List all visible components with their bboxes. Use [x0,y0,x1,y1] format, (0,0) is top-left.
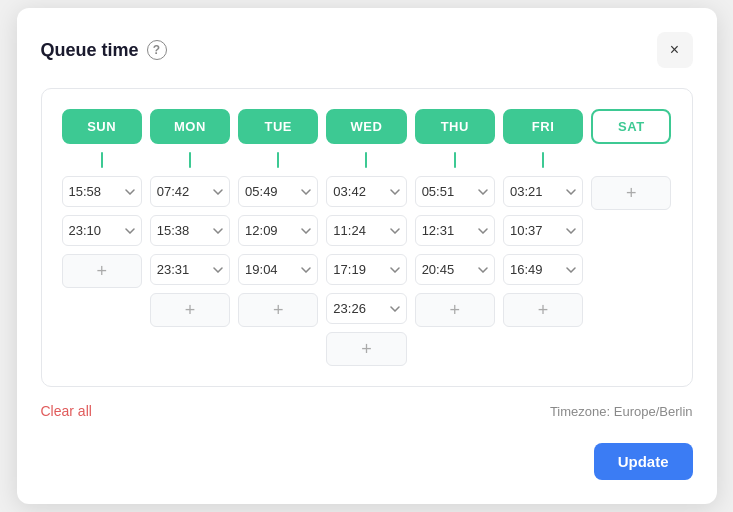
day-column-wed: WED03:4211:2417:1923:26+ [326,109,406,366]
day-button-wed[interactable]: WED [326,109,406,144]
day-button-sun[interactable]: SUN [62,109,142,144]
close-button[interactable]: × [657,32,693,68]
time-select-wed-0[interactable]: 03:42 [326,176,406,207]
bottom-row: Update [41,427,693,480]
title-text: Queue time [41,40,139,61]
day-button-fri[interactable]: FRI [503,109,583,144]
time-select-mon-2[interactable]: 23:31 [150,254,230,285]
modal-footer: Clear all Timezone: Europe/Berlin [41,403,693,419]
time-select-fri-1[interactable]: 10:37 [503,215,583,246]
days-grid: SUN15:5823:10+MON07:4215:3823:31+TUE05:4… [62,109,672,366]
time-select-thu-2[interactable]: 20:45 [415,254,495,285]
time-select-thu-1[interactable]: 12:31 [415,215,495,246]
timezone-label: Timezone: Europe/Berlin [550,404,693,419]
day-button-tue[interactable]: TUE [238,109,318,144]
modal: Queue time ? × SUN15:5823:10+MON07:4215:… [17,8,717,504]
day-column-tue: TUE05:4912:0919:04+ [238,109,318,366]
time-select-mon-1[interactable]: 15:38 [150,215,230,246]
add-time-button-fri[interactable]: + [503,293,583,327]
modal-title: Queue time ? [41,40,167,61]
add-time-button-tue[interactable]: + [238,293,318,327]
time-select-sun-1[interactable]: 23:10 [62,215,142,246]
time-select-fri-0[interactable]: 03:21 [503,176,583,207]
add-time-button-wed[interactable]: + [326,332,406,366]
day-button-thu[interactable]: THU [415,109,495,144]
day-column-fri: FRI03:2110:3716:49+ [503,109,583,366]
day-column-sat: SAT+ [591,109,671,366]
time-select-tue-0[interactable]: 05:49 [238,176,318,207]
clear-all-button[interactable]: Clear all [41,403,92,419]
add-time-button-sat[interactable]: + [591,176,671,210]
day-indicator-sat [630,152,632,168]
time-select-tue-1[interactable]: 12:09 [238,215,318,246]
add-time-button-thu[interactable]: + [415,293,495,327]
time-select-wed-1[interactable]: 11:24 [326,215,406,246]
schedule-container: SUN15:5823:10+MON07:4215:3823:31+TUE05:4… [41,88,693,387]
day-button-sat[interactable]: SAT [591,109,671,144]
day-column-mon: MON07:4215:3823:31+ [150,109,230,366]
day-button-mon[interactable]: MON [150,109,230,144]
time-select-wed-2[interactable]: 17:19 [326,254,406,285]
day-indicator-fri [542,152,544,168]
time-select-wed-3[interactable]: 23:26 [326,293,406,324]
add-time-button-mon[interactable]: + [150,293,230,327]
time-select-tue-2[interactable]: 19:04 [238,254,318,285]
time-select-fri-2[interactable]: 16:49 [503,254,583,285]
add-time-button-sun[interactable]: + [62,254,142,288]
day-indicator-mon [189,152,191,168]
day-indicator-tue [277,152,279,168]
day-column-thu: THU05:5112:3120:45+ [415,109,495,366]
modal-header: Queue time ? × [41,32,693,68]
day-column-sun: SUN15:5823:10+ [62,109,142,366]
time-select-sun-0[interactable]: 15:58 [62,176,142,207]
day-indicator-thu [454,152,456,168]
update-button[interactable]: Update [594,443,693,480]
time-select-thu-0[interactable]: 05:51 [415,176,495,207]
help-icon[interactable]: ? [147,40,167,60]
day-indicator-wed [365,152,367,168]
time-select-mon-0[interactable]: 07:42 [150,176,230,207]
close-icon: × [670,41,679,59]
day-indicator-sun [101,152,103,168]
